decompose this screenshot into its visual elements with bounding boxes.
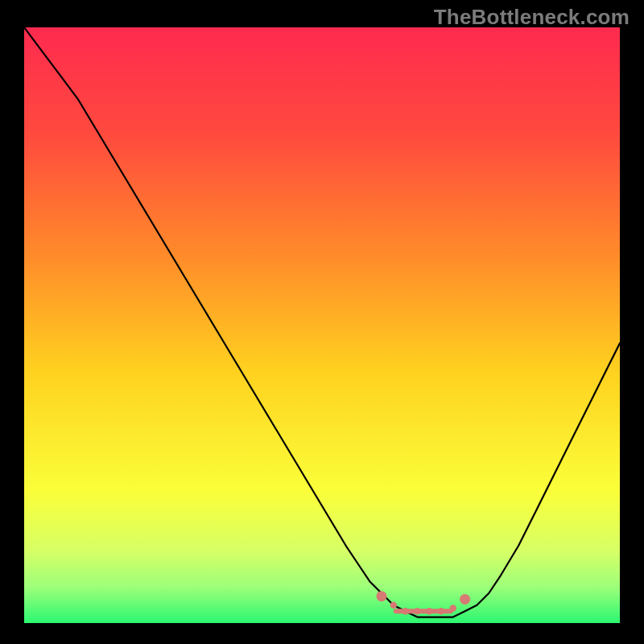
optimal-marker-dot	[402, 608, 408, 614]
optimal-marker-dot	[390, 602, 397, 609]
optimal-marker-dot	[460, 594, 470, 605]
optimal-marker-dot	[426, 608, 432, 614]
optimal-marker-dot	[414, 608, 420, 614]
bottleneck-chart	[24, 27, 620, 623]
optimal-marker-dot	[438, 608, 444, 614]
gradient-background	[24, 27, 620, 623]
watermark-text: TheBottleneck.com	[434, 5, 630, 30]
optimal-marker-dot	[450, 605, 456, 611]
optimal-marker-dot	[377, 591, 387, 601]
